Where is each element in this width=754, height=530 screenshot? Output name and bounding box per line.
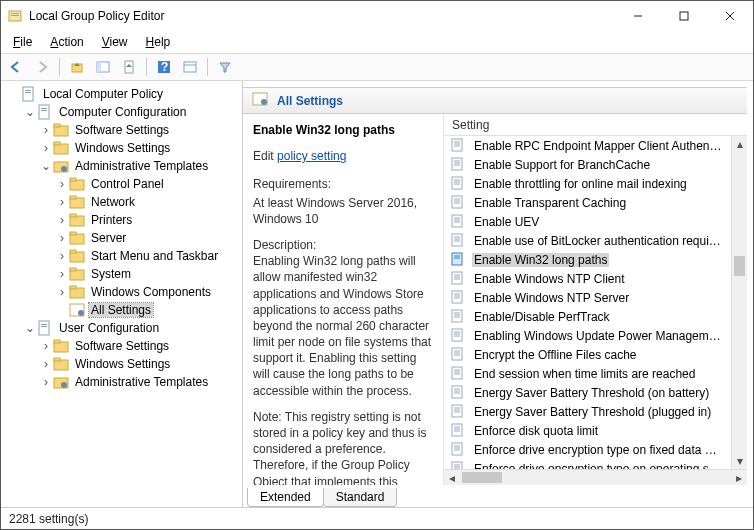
back-button[interactable] [5,56,27,78]
tree-twister-icon[interactable]: › [55,231,69,245]
svg-point-26 [61,166,67,172]
tree-node-label: Server [89,231,128,245]
tree-root[interactable]: Local Computer Policy [5,85,242,103]
list-item[interactable]: Enabling Windows Update Power Management [444,326,731,345]
vertical-scrollbar[interactable]: ▴ ▾ [731,136,747,469]
svg-rect-47 [54,340,60,343]
menu-file[interactable]: File [5,33,40,51]
tree-twister-icon[interactable]: › [39,141,53,155]
svg-rect-117 [452,443,462,455]
list-item-label: Enable Transparent Caching [472,196,628,210]
tree-admin-system[interactable]: › System [5,265,242,283]
horizontal-scrollbar[interactable]: ◂ ▸ [444,469,747,485]
scrollbar-thumb[interactable] [734,256,745,276]
tree-cc-admin[interactable]: ⌄ Administrative Templates [5,157,242,175]
list-item[interactable]: Enable RPC Endpoint Mapper Client Authen… [444,136,731,155]
up-button[interactable] [66,56,88,78]
list-item[interactable]: Enforce drive encryption type on fixed d… [444,440,731,459]
tree-twister-icon[interactable]: › [39,123,53,137]
tree-twister-icon[interactable]: › [55,177,69,191]
scroll-up-icon[interactable]: ▴ [732,136,747,152]
tree-cc-windows[interactable]: › Windows Settings [5,139,242,157]
list-item[interactable]: Enforce disk quota limit [444,421,731,440]
svg-rect-30 [70,196,76,199]
tree-twister-icon[interactable]: ⌄ [39,159,53,173]
tree-node-icon [69,284,85,300]
list-column-header[interactable]: Setting [444,114,747,136]
filter-button[interactable] [214,56,236,78]
tree-computer-config[interactable]: ⌄ Computer Configuration [5,103,242,121]
tree-admin-printers[interactable]: › Printers [5,211,242,229]
setting-icon [450,138,466,154]
menu-view[interactable]: View [94,33,136,51]
list-item[interactable]: Enforce drive encryption type on operati… [444,459,731,469]
menu-help[interactable]: Help [138,33,179,51]
list-item[interactable]: End session when time limits are reached [444,364,731,383]
list-item[interactable]: Energy Saver Battery Threshold (plugged … [444,402,731,421]
list-item-label: End session when time limits are reached [472,367,697,381]
tree-twister-icon[interactable]: ⌄ [23,105,37,119]
content-pane: All Settings Enable Win32 long paths Edi… [243,87,747,507]
tree-admin-windows-components[interactable]: › Windows Components [5,283,242,301]
list-item[interactable]: Enable throttling for online mail indexi… [444,174,731,193]
svg-rect-40 [70,286,76,289]
tree-admin-start-menu-and-taskbar[interactable]: › Start Menu and Taskbar [5,247,242,265]
scroll-left-icon[interactable]: ◂ [444,470,460,485]
detail-panel: Enable Win32 long paths Edit policy sett… [243,114,443,485]
scroll-right-icon[interactable]: ▸ [731,470,747,485]
tree-twister-icon[interactable]: › [55,195,69,209]
tree-uc-admin[interactable]: › Administrative Templates [5,373,242,391]
tree-twister-icon[interactable]: › [55,267,69,281]
tree-twister-icon[interactable]: › [55,249,69,263]
tree-twister-icon[interactable]: › [55,213,69,227]
list-item[interactable]: Enable Transparent Caching [444,193,731,212]
tree-twister-icon[interactable]: ⌄ [23,321,37,335]
scroll-down-icon[interactable]: ▾ [732,453,747,469]
properties-button[interactable] [179,56,201,78]
list-item[interactable]: Enable Support for BranchCache [444,155,731,174]
tree-twister-icon[interactable]: › [39,375,53,389]
tree-user-config[interactable]: ⌄ User Configuration [5,319,242,337]
title-bar: Local Group Policy Editor [1,1,753,31]
show-hide-tree-button[interactable] [92,56,114,78]
close-button[interactable] [707,1,753,31]
minimize-button[interactable] [615,1,661,31]
tree-twister-icon[interactable]: › [55,285,69,299]
tree-twister-icon[interactable]: › [39,357,53,371]
list-item[interactable]: Enable/Disable PerfTrack [444,307,731,326]
tree-uc-windows[interactable]: › Windows Settings [5,355,242,373]
list-item[interactable]: Enable Windows NTP Server [444,288,731,307]
tree-admin-all-settings[interactable]: All Settings [5,301,242,319]
maximize-button[interactable] [661,1,707,31]
export-button[interactable] [118,56,140,78]
tree-twister-icon[interactable]: › [39,339,53,353]
help-button[interactable]: ? [153,56,175,78]
list-item[interactable]: Enable Win32 long paths [444,250,731,269]
menu-action[interactable]: Action [42,33,91,51]
tree-pane[interactable]: Local Computer Policy ⌄ Computer Configu… [1,81,243,507]
list-item[interactable]: Enable Windows NTP Client [444,269,731,288]
tree-node-icon [69,230,85,246]
tree-admin-control-panel[interactable]: › Control Panel [5,175,242,193]
scrollbar-thumb[interactable] [462,472,502,483]
settings-list[interactable]: Enable RPC Endpoint Mapper Client Authen… [444,136,731,469]
forward-button[interactable] [31,56,53,78]
svg-rect-66 [452,196,462,208]
setting-icon [450,176,466,192]
tree-admin-server[interactable]: › Server [5,229,242,247]
list-item[interactable]: Enable UEV [444,212,731,231]
view-tabs: Extended Standard [243,485,747,507]
list-item-label: Enforce drive encryption type on fixed d… [472,443,725,457]
tree-admin-network[interactable]: › Network [5,193,242,211]
tree-node-label: Windows Settings [73,357,172,371]
tab-extended[interactable]: Extended [247,488,324,507]
list-item-label: Enable use of BitLocker authentication r… [472,234,725,248]
list-item[interactable]: Encrypt the Offline Files cache [444,345,731,364]
tab-standard[interactable]: Standard [323,488,398,507]
list-item[interactable]: Enable use of BitLocker authentication r… [444,231,731,250]
tree-cc-software[interactable]: › Software Settings [5,121,242,139]
list-item[interactable]: Energy Saver Battery Threshold (on batte… [444,383,731,402]
status-text: 2281 setting(s) [9,512,88,526]
tree-uc-software[interactable]: › Software Settings [5,337,242,355]
edit-policy-link[interactable]: policy setting [277,149,346,163]
